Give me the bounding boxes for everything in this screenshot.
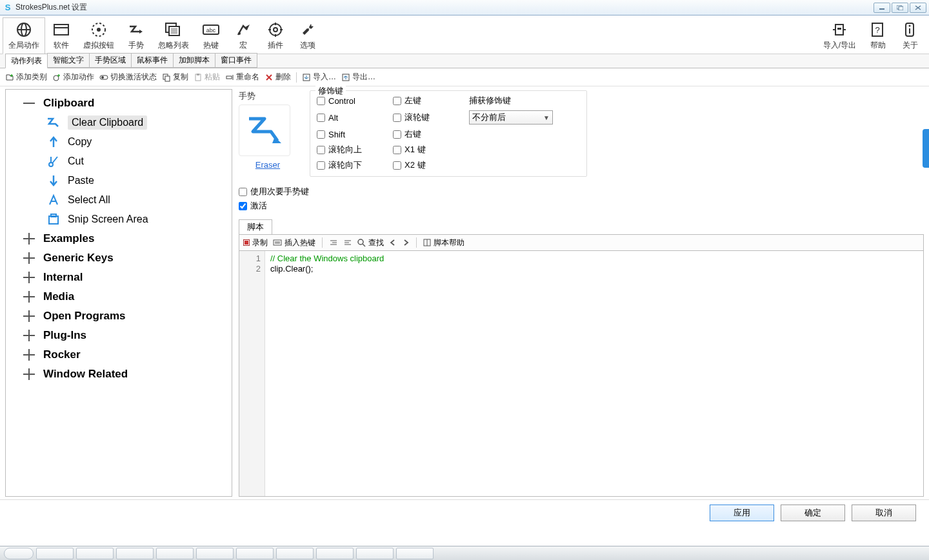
tab-mouse-events[interactable]: 鼠标事件 [131,53,174,68]
toolbar-hotkey[interactable]: abc 热键 [195,17,227,54]
taskbar-item[interactable] [316,548,354,559]
rename-icon [225,73,234,82]
arrow-right-icon [402,239,410,246]
gesture-name-link[interactable]: Eraser [239,160,297,170]
apply-button[interactable]: 应用 [710,505,774,521]
chk-control[interactable]: Control [317,96,388,106]
import-button[interactable]: 导入… [302,72,336,83]
toolbar-virtual-button[interactable]: 虚拟按钮 [77,17,120,54]
outdent-icon [343,239,352,246]
rename-button[interactable]: 重命名 [225,72,259,83]
toolbar-global-actions[interactable]: 全局动作 [3,17,45,54]
tree-item-snip[interactable]: Snip Screen Area [8,210,229,229]
code-content[interactable]: // Clear the Windows clipboard clip.Clea… [265,251,923,496]
chevron-down-icon: ▼ [543,114,550,121]
paste-button[interactable]: 粘贴 [194,72,220,83]
code-editor[interactable]: 12 // Clear the Windows clipboard clip.C… [239,251,924,497]
ok-button[interactable]: 确定 [781,505,845,521]
taskbar-item[interactable] [396,548,434,559]
chk-left[interactable]: 左键 [393,95,464,106]
svg-rect-61 [274,240,281,245]
tab-gesture-region[interactable]: 手势区域 [89,53,132,68]
close-button[interactable] [910,3,926,13]
record-button[interactable]: 录制 [243,237,268,248]
taskbar-item[interactable] [236,548,274,559]
chk-wheel[interactable]: 滚轮键 [393,112,464,123]
toolbar-options[interactable]: 选项 [292,17,324,54]
edge-handle[interactable] [923,129,929,168]
tab-load-script[interactable]: 加卸脚本 [173,53,215,68]
prev-button[interactable] [389,239,397,246]
find-button[interactable]: 查找 [357,237,384,248]
taskbar[interactable] [0,546,929,560]
toggle-active-button[interactable]: 切换激活状态 [99,72,157,83]
toolbar-plugin[interactable]: 插件 [259,17,292,54]
minimize-button[interactable] [874,3,890,13]
tree-item-clear-clipboard[interactable]: Clear Clipboard [8,113,229,132]
action-tree[interactable]: Clipboard Clear Clipboard Copy Cut Paste… [5,89,232,497]
virtual-button-icon [90,21,107,39]
delete-button[interactable]: 删除 [265,72,291,83]
export-button[interactable]: 导出… [341,72,375,83]
maximize-button[interactable] [892,3,908,13]
tree-item-cut[interactable]: Cut [8,152,229,171]
tree-group-open-programs[interactable]: Open Programs [8,306,229,326]
tree-item-paste[interactable]: Paste [8,171,229,190]
chk-x2[interactable]: X2 键 [393,159,464,171]
tab-window-events[interactable]: 窗口事件 [215,53,257,68]
tree-group-media[interactable]: Media [8,287,229,306]
tree-item-select-all[interactable]: Select All [8,190,229,210]
tree-group-examples[interactable]: Examples [8,229,229,248]
tree-item-copy[interactable]: Copy [8,132,229,152]
gesture-icon [128,21,145,39]
taskbar-start[interactable] [4,548,34,559]
taskbar-item[interactable] [196,548,234,559]
tab-action-list[interactable]: 动作列表 [5,54,48,68]
taskbar-item[interactable] [356,548,394,559]
chk-use-secondary[interactable]: 使用次要手势键 [239,186,924,197]
book-icon [423,239,431,246]
taskbar-item[interactable] [276,548,314,559]
taskbar-item[interactable] [116,548,154,559]
add-action-button[interactable]: 添加动作 [52,72,94,83]
toolbar-about[interactable]: 关于 [894,17,926,54]
tree-group-rocker[interactable]: Rocker [8,345,229,365]
next-button[interactable] [402,239,410,246]
toolbar-ignore-list[interactable]: 忽略列表 [152,17,195,54]
tree-group-window-related[interactable]: Window Related [8,365,229,384]
chk-shift[interactable]: Shift [317,130,388,139]
toolbar-help[interactable]: ? 帮助 [862,17,894,54]
cancel-button[interactable]: 取消 [852,505,916,521]
tab-script[interactable]: 脚本 [239,219,272,234]
insert-hotkey-button[interactable]: 插入热键 [273,237,315,248]
script-help-button[interactable]: 脚本帮助 [423,237,464,248]
taskbar-item[interactable] [36,548,74,559]
tab-smart-text[interactable]: 智能文字 [47,53,90,68]
secondary-tabs: 动作列表 智能文字 手势区域 鼠标事件 加卸脚本 窗口事件 [0,54,929,68]
chk-x1[interactable]: X1 键 [393,144,464,155]
svg-rect-8 [54,25,68,35]
chk-alt[interactable]: Alt [317,113,388,123]
outdent-button[interactable] [343,239,352,246]
add-category-button[interactable]: 添加类别 [5,72,47,83]
chk-right[interactable]: 右键 [393,128,464,140]
chk-activate[interactable]: 激活 [239,200,924,212]
indent-button[interactable] [329,239,338,246]
toolbar-import-export[interactable]: 导入/导出 [817,17,862,54]
details-panel: 手势 Eraser 修饰键 Control 左键 捕获修饰键 Alt 滚轮键 不… [232,86,929,499]
tree-group-plugins[interactable]: Plug-Ins [8,326,229,345]
selectall-icon [46,194,61,206]
tree-group-generic-keys[interactable]: Generic Keys [8,248,229,268]
gesture-preview[interactable] [239,105,290,156]
taskbar-item[interactable] [76,548,114,559]
chk-wheel-up[interactable]: 滚轮向上 [317,144,388,155]
chk-wheel-down[interactable]: 滚轮向下 [317,159,388,171]
toolbar-macro[interactable]: 宏 [227,17,259,54]
toolbar-gesture[interactable]: 手势 [120,17,152,54]
tree-group-clipboard[interactable]: Clipboard [8,94,229,113]
tree-group-internal[interactable]: Internal [8,268,229,287]
copy-button[interactable]: 复制 [162,72,188,83]
toolbar-software[interactable]: 软件 [45,17,77,54]
capture-combo[interactable]: 不分前后▼ [469,110,553,125]
taskbar-item[interactable] [156,548,194,559]
